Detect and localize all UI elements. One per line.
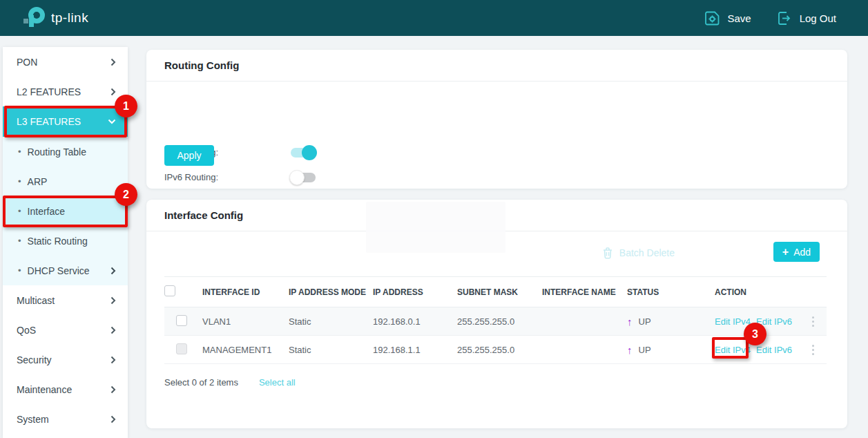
chevron-right-icon xyxy=(110,267,116,275)
ipv6-routing-toggle[interactable] xyxy=(291,173,316,182)
logout-icon xyxy=(778,11,792,26)
sidebar-item-interface[interactable]: •Interface xyxy=(3,196,128,226)
save-label: Save xyxy=(727,12,751,24)
cell-ip-mode: Static xyxy=(289,336,373,364)
chevron-right-icon xyxy=(110,326,116,334)
table-header-row: INTERFACE ID IP ADDRESS MODE IP ADDRESS … xyxy=(164,277,827,307)
ipv6-routing-label: IPv6 Routing: xyxy=(164,172,218,182)
cell-interface-id: MANAGEMENT1 xyxy=(202,336,289,364)
sidebar-item-label: Security xyxy=(17,354,52,365)
add-button[interactable]: + Add xyxy=(773,242,820,262)
status-up-arrow-icon: ↑ xyxy=(627,344,633,356)
sidebar-item-maintenance[interactable]: Maintenance xyxy=(3,374,128,404)
bullet-icon: • xyxy=(18,206,21,216)
row-checkbox-disabled xyxy=(176,343,187,354)
sidebar-item-label: Maintenance xyxy=(17,384,72,395)
bullet-icon: • xyxy=(18,236,21,246)
status-up-arrow-icon: ↑ xyxy=(627,316,633,327)
sidebar-item-label: Routing Table xyxy=(28,146,86,158)
sidebar-item-multicast[interactable]: Multicast xyxy=(3,285,128,315)
col-ip-address: IP ADDRESS xyxy=(373,277,457,307)
sidebar-item-label: System xyxy=(17,414,49,425)
bullet-icon: • xyxy=(18,265,21,276)
plus-icon: + xyxy=(782,247,789,258)
cell-ip: 192.168.0.1 xyxy=(373,307,457,336)
select-all-checkbox[interactable] xyxy=(164,285,175,296)
top-bar: tp-link Save Log Out xyxy=(0,0,868,36)
chevron-right-icon xyxy=(110,356,116,364)
tplink-logo: tp-link xyxy=(23,6,88,30)
white-overlay-artifact xyxy=(366,202,505,253)
sidebar-item-label: Multicast xyxy=(17,295,55,306)
chevron-right-icon xyxy=(110,385,116,394)
add-label: Add xyxy=(793,247,811,258)
batch-delete-button[interactable]: Batch Delete xyxy=(602,242,675,263)
apply-button[interactable]: Apply xyxy=(164,145,214,166)
tplink-logo-icon xyxy=(23,6,46,30)
sidebar-item-label: L2 FEATURES xyxy=(17,86,81,97)
logout-label: Log Out xyxy=(800,12,836,24)
edit-ipv4-link[interactable]: Edit IPv4 xyxy=(715,316,751,327)
edit-ipv6-link[interactable]: Edit IPv6 xyxy=(756,316,792,327)
sidebar-item-routing-table[interactable]: •Routing Table xyxy=(3,137,128,166)
chevron-down-icon xyxy=(108,119,116,124)
toggle-knob xyxy=(302,145,317,160)
interface-table: INTERFACE ID IP ADDRESS MODE IP ADDRESS … xyxy=(164,276,827,364)
select-all-link[interactable]: Select all xyxy=(259,377,296,388)
cell-ip-mode: Static xyxy=(289,307,373,336)
chevron-right-icon xyxy=(110,58,116,66)
sidebar-item-label: PON xyxy=(17,57,37,68)
ipv4-routing-toggle[interactable] xyxy=(291,148,316,158)
sidebar-item-label: DHCP Service xyxy=(28,265,90,276)
batch-delete-label: Batch Delete xyxy=(619,247,675,258)
sidebar-item-security[interactable]: Security xyxy=(3,345,128,374)
cell-mask: 255.255.255.0 xyxy=(457,336,542,364)
cell-mask: 255.255.255.0 xyxy=(457,307,542,336)
sidebar-item-arp[interactable]: •ARP xyxy=(3,166,128,196)
sidebar-item-dhcp-service[interactable]: •DHCP Service xyxy=(3,256,128,285)
sidebar-nav: PON L2 FEATURES L3 FEATURES •Routing Tab… xyxy=(3,47,128,438)
trash-icon xyxy=(602,247,613,259)
brand-text: tp-link xyxy=(51,10,88,26)
sidebar-item-label: ARP xyxy=(28,176,48,187)
selection-summary: Select 0 of 2 items xyxy=(164,377,238,388)
edit-ipv4-link[interactable]: Edit IPv4 xyxy=(715,345,751,355)
save-button[interactable]: Save xyxy=(705,11,751,26)
table-row-management1: MANAGEMENT1 Static 192.168.1.1 255.255.2… xyxy=(164,336,827,364)
sidebar-item-l2-features[interactable]: L2 FEATURES xyxy=(3,77,128,106)
sidebar-item-pon[interactable]: PON xyxy=(3,47,128,77)
edit-ipv6-link[interactable]: Edit IPv6 xyxy=(756,345,792,355)
col-action: ACTION xyxy=(715,277,827,307)
toggle-knob xyxy=(289,170,305,185)
col-ip-address-mode: IP ADDRESS MODE xyxy=(289,277,373,307)
cell-name xyxy=(542,336,627,364)
row-menu-kebab-icon[interactable] xyxy=(812,316,814,327)
col-interface-id: INTERFACE ID xyxy=(202,277,289,307)
sidebar-item-label: Static Routing xyxy=(28,236,88,247)
row-menu-kebab-icon[interactable] xyxy=(812,345,814,355)
col-interface-name: INTERFACE NAME xyxy=(542,277,627,307)
chevron-right-icon xyxy=(110,415,116,423)
logout-button[interactable]: Log Out xyxy=(778,11,836,26)
l3-features-submenu: •Routing Table •ARP •Interface •Static R… xyxy=(3,137,128,285)
col-subnet-mask: SUBNET MASK xyxy=(457,277,542,307)
row-checkbox[interactable] xyxy=(176,315,187,326)
sidebar-item-qos[interactable]: QoS xyxy=(3,315,128,345)
status-text: UP xyxy=(639,345,651,355)
routing-config-title: Routing Config xyxy=(146,50,847,82)
sidebar-item-label: QoS xyxy=(17,325,36,336)
cell-interface-id: VLAN1 xyxy=(202,307,289,336)
table-row-vlan1: VLAN1 Static 192.168.0.1 255.255.255.0 ↑… xyxy=(164,307,827,336)
bullet-icon: • xyxy=(18,146,21,157)
bullet-icon: • xyxy=(18,176,21,187)
sidebar-item-label: L3 FEATURES xyxy=(17,116,81,127)
chevron-right-icon xyxy=(110,88,116,96)
sidebar-item-label: Interface xyxy=(28,206,65,217)
col-status: STATUS xyxy=(627,277,715,307)
chevron-right-icon xyxy=(110,296,116,305)
cell-ip: 192.168.1.1 xyxy=(373,336,457,364)
sidebar-item-system[interactable]: System xyxy=(3,404,128,434)
sidebar-item-static-routing[interactable]: •Static Routing xyxy=(3,226,128,256)
sidebar-item-l3-features[interactable]: L3 FEATURES xyxy=(3,106,128,137)
status-text: UP xyxy=(639,316,651,327)
